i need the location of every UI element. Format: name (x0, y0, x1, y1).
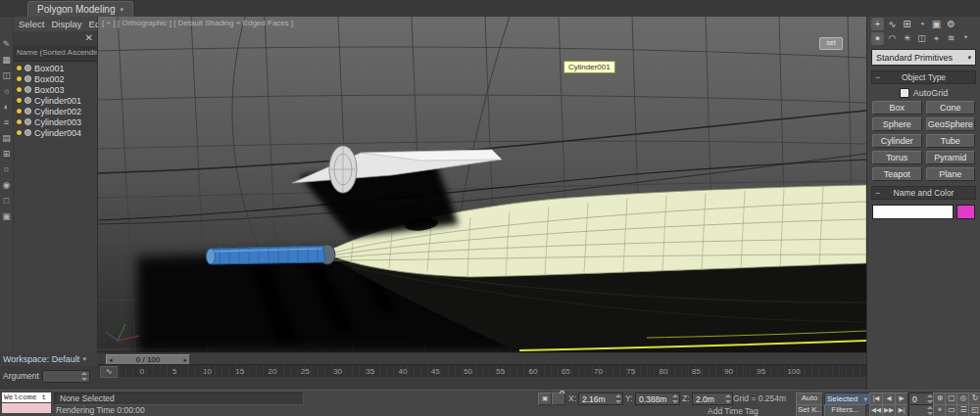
time-slider-track[interactable]: ◂ 0 / 100 ▸ (98, 352, 866, 364)
category-spacewarps-icon[interactable]: ≋ (945, 32, 957, 45)
object-name-input[interactable] (872, 205, 954, 219)
primitive-button-box[interactable]: Box (872, 101, 922, 115)
object-type-rollout-header[interactable]: − Object Type (871, 70, 976, 84)
isolate-selection-button[interactable]: ▣ (538, 393, 552, 405)
scene-explorer-panel: Select Display Edit ✕ Name (Sorted Ascen… (14, 17, 98, 352)
primitive-button-pyramid[interactable]: Pyramid (926, 151, 976, 164)
create-tab[interactable]: + (871, 18, 884, 30)
go-to-end-button[interactable]: ▶| (895, 404, 908, 416)
previous-key-button[interactable]: ◀◀ (869, 404, 883, 416)
primitive-button-torus[interactable]: Torus (872, 151, 922, 164)
mini-curve-editor-button[interactable]: ∿ (100, 366, 118, 378)
key-filters-button[interactable]: Filters... (824, 404, 866, 416)
y-coordinate-field[interactable]: 0.388m (635, 393, 680, 405)
frame-spinner[interactable] (926, 394, 933, 403)
x-label: X: (568, 393, 576, 403)
primitive-button-geosphere[interactable]: GeoSphere (926, 117, 976, 131)
primitive-button-sphere[interactable]: Sphere (872, 117, 922, 131)
ribbon-bar: Polygon Modeling ▾ (0, 0, 980, 18)
scene-object-row[interactable]: Box002 (14, 73, 97, 84)
visibility-bulb-icon[interactable] (17, 130, 22, 135)
object-color-swatch[interactable] (956, 205, 975, 219)
visibility-bulb-icon[interactable] (17, 87, 22, 92)
x-spinner[interactable] (614, 394, 621, 403)
track-bar[interactable]: ∿ 05101520253035404550556065707580859095… (98, 364, 866, 377)
macro-recorder-pane[interactable] (2, 403, 51, 413)
viewport-label[interactable]: [ + ] [ Orthographic ] [ Default Shading… (102, 19, 293, 27)
category-geometry-icon[interactable]: ● (871, 32, 884, 45)
object-name: Box002 (34, 74, 65, 84)
maximize-viewport-icon[interactable]: ◱ (968, 404, 980, 416)
visibility-bulb-icon[interactable] (17, 109, 22, 114)
explorer-tool-icon[interactable]: ◐ (1, 101, 13, 113)
argument-label: Argument (3, 371, 39, 381)
modify-tab[interactable]: ∿ (886, 18, 899, 30)
viewport-canvas[interactable] (98, 17, 866, 352)
primitive-button-cone[interactable]: Cone (926, 101, 976, 115)
primitives-dropdown[interactable]: Standard Primitives ▾ (871, 49, 976, 66)
explorer-tool-icon[interactable]: ▣ (1, 210, 13, 222)
menu-display[interactable]: Display (51, 19, 81, 29)
explorer-tool-icon[interactable]: ⊞ (1, 148, 13, 160)
explorer-tool-icon[interactable]: ▤ (1, 132, 13, 144)
barrel-object[interactable] (207, 246, 326, 264)
visibility-bulb-icon[interactable] (17, 76, 22, 81)
next-key-button[interactable]: ▶▶ (882, 404, 896, 416)
z-coordinate-field[interactable]: 2.0m (692, 393, 733, 405)
close-icon[interactable]: ✕ (85, 32, 93, 43)
utilities-tab[interactable]: ⚙ (945, 18, 957, 30)
primitive-button-cylinder[interactable]: Cylinder (872, 134, 922, 148)
visibility-bulb-icon[interactable] (17, 119, 22, 124)
explorer-tool-icon[interactable]: ▦ (1, 54, 13, 66)
explorer-tool-icon[interactable]: ◉ (1, 179, 13, 191)
scene-object-row[interactable]: Cylinder004 (14, 127, 97, 138)
previous-frame-arrow-icon[interactable]: ◂ (109, 355, 113, 364)
next-frame-arrow-icon[interactable]: ▸ (183, 355, 187, 364)
explorer-tool-icon[interactable]: □ (1, 195, 13, 207)
scene-object-row[interactable]: Cylinder001 (14, 95, 97, 106)
polygon-modeling-tab[interactable]: Polygon Modeling ▾ (27, 1, 133, 17)
scene-object-row[interactable]: Box003 (14, 84, 97, 95)
frame-tick-label: 25 (301, 367, 310, 376)
category-helpers-icon[interactable]: ⌖ (930, 32, 943, 45)
visibility-bulb-icon[interactable] (17, 66, 22, 70)
maxscript-mini-listener[interactable]: Welcome t (2, 393, 51, 402)
name-color-rollout-header[interactable]: − Name and Color (871, 186, 976, 200)
primitive-button-plane[interactable]: Plane (926, 167, 976, 181)
menu-select[interactable]: Select (19, 19, 44, 29)
viewport-overlay-button[interactable]: set (819, 37, 843, 50)
category-systems-icon[interactable]: * (959, 32, 972, 45)
visibility-bulb-icon[interactable] (17, 98, 22, 103)
hierarchy-tab[interactable]: ⊞ (901, 18, 913, 30)
explorer-tool-icon[interactable]: ≡ (1, 116, 13, 128)
display-tab[interactable]: ▣ (930, 18, 943, 30)
scene-object-row[interactable]: Cylinder002 (14, 106, 97, 116)
workspace-selector[interactable]: Workspace: Default ▾ (0, 352, 98, 366)
motion-tab[interactable]: ◔ (915, 18, 928, 30)
autogrid-checkbox[interactable] (900, 88, 909, 98)
frame-step-field[interactable] (908, 404, 935, 416)
explorer-tool-icon[interactable]: ○ (1, 163, 13, 175)
category-shapes-icon[interactable]: ◠ (886, 32, 899, 45)
y-spinner[interactable] (671, 394, 678, 403)
argument-spinner[interactable] (81, 372, 88, 381)
scene-object-row[interactable]: Cylinder003 (14, 116, 97, 127)
category-cameras-icon[interactable]: ◫ (915, 32, 928, 45)
frame-tick-label: 40 (399, 367, 408, 376)
name-column-header[interactable]: Name (Sorted Ascending) (14, 47, 97, 62)
z-spinner[interactable] (724, 394, 731, 403)
argument-field[interactable] (42, 370, 90, 383)
viewport[interactable]: [ + ] [ Orthographic ] [ Default Shading… (98, 17, 866, 352)
primitive-button-teapot[interactable]: Teapot (872, 167, 922, 181)
explorer-tool-icon[interactable]: ☼ (1, 85, 13, 97)
category-lights-icon[interactable]: ☀ (901, 32, 913, 45)
scene-object-row[interactable]: Box001 (14, 63, 97, 73)
x-coordinate-field[interactable]: 2.16m (578, 393, 623, 405)
primitive-button-tube[interactable]: Tube (926, 134, 976, 148)
selection-lock-toggle[interactable] (552, 393, 565, 405)
frame-step-spinner[interactable] (926, 406, 933, 415)
explorer-tool-icon[interactable]: ◫ (1, 69, 13, 81)
explorer-tool-icon[interactable]: ✎ (1, 38, 13, 50)
add-time-tag[interactable]: Add Time Tag (708, 406, 759, 416)
set-key-button[interactable]: Set K.. (796, 404, 823, 416)
